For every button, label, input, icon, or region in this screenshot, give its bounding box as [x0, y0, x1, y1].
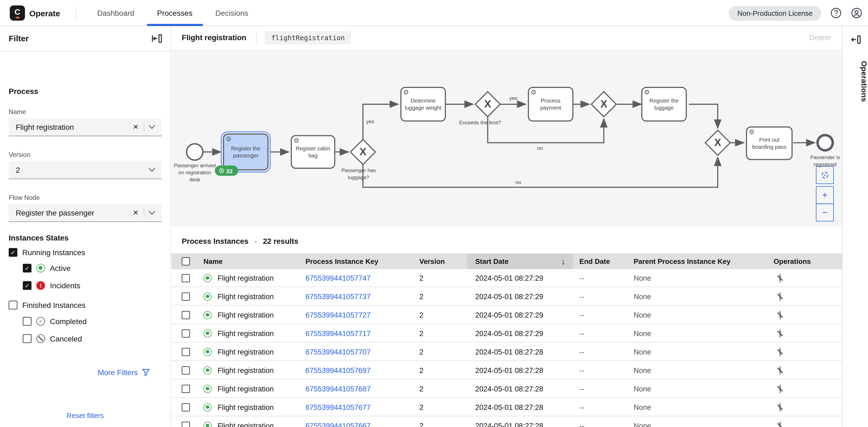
collapse-panel-icon[interactable] [151, 33, 163, 44]
tab-processes[interactable]: Processes [146, 0, 204, 26]
column-start-date[interactable]: Start Date ↓ [467, 253, 573, 269]
service-task-icon: ⚙ [749, 128, 754, 136]
row-checkbox[interactable] [182, 348, 190, 356]
table-row[interactable]: Flight registration 6755399441057697 2 2… [172, 362, 842, 379]
column-version[interactable]: Version [413, 257, 467, 266]
gateway-merge-payment[interactable]: X [591, 92, 616, 117]
instance-key-link[interactable]: 6755399441057707 [306, 348, 371, 356]
table-row[interactable]: Flight registration 6755399441057717 2 2… [172, 325, 842, 342]
cancel-operation-icon[interactable] [779, 329, 781, 338]
delete-button[interactable]: Delete [809, 33, 831, 42]
tab-decisions[interactable]: Decisions [204, 0, 259, 26]
cancel-operation-icon[interactable] [779, 366, 781, 375]
row-checkbox[interactable] [182, 329, 190, 337]
task-process-payment[interactable]: ⚙ Process payment [528, 87, 573, 122]
checkbox-active[interactable]: Active [23, 264, 70, 273]
chevron-down-icon[interactable] [149, 208, 155, 214]
table-row[interactable]: Flight registration 6755399441057707 2 2… [172, 343, 842, 361]
instance-version: 2 [413, 403, 467, 411]
task-determine-luggage-weight[interactable]: ⚙ Determine luggage weight [401, 87, 446, 122]
instance-key-link[interactable]: 6755399441057717 [306, 329, 371, 337]
instance-key-link[interactable]: 6755399441057687 [306, 385, 371, 393]
operations-panel-title[interactable]: Operations [842, 61, 868, 102]
camunda-logo[interactable]: C [10, 5, 25, 21]
bpmn-diagram[interactable]: ⚙ Register the passenger 22 ⚙ Register c… [172, 49, 842, 226]
checkbox[interactable] [23, 317, 31, 326]
edge-label-yes: yes [509, 95, 518, 101]
row-checkbox[interactable] [182, 292, 190, 301]
user-icon[interactable] [850, 7, 863, 19]
instance-start-date: 2024-05-01 08:27:28 [467, 403, 573, 411]
row-checkbox[interactable] [182, 422, 190, 427]
table-row[interactable]: Flight registration 6755399441057727 2 2… [172, 306, 842, 324]
column-end-date[interactable]: End Date [573, 257, 627, 266]
table-row[interactable]: Flight registration 6755399441057687 2 2… [172, 380, 842, 398]
table-row[interactable]: Flight registration 6755399441057667 2 2… [172, 417, 842, 427]
row-checkbox[interactable] [182, 311, 190, 319]
flow-node-combobox[interactable]: Register the passenger × [9, 204, 162, 222]
column-process-instance-key[interactable]: Process Instance Key [299, 257, 413, 266]
clear-name-icon[interactable]: × [127, 122, 144, 132]
checkbox[interactable] [9, 248, 18, 257]
table-row[interactable]: Flight registration 6755399441057677 2 2… [172, 398, 842, 417]
reset-filters-button[interactable]: Reset filters [0, 411, 170, 420]
checkbox[interactable] [23, 264, 31, 273]
instance-key-link[interactable]: 6755399441057667 [306, 422, 371, 427]
checkbox[interactable] [23, 281, 31, 290]
diagram-reset-view-button[interactable] [816, 166, 834, 184]
instance-key-link[interactable]: 6755399441057677 [306, 403, 371, 411]
instance-key-link[interactable]: 6755399441057747 [306, 274, 371, 282]
gateway-exceeds-the-limit[interactable]: X [475, 92, 500, 117]
table-row[interactable]: Flight registration 6755399441057737 2 2… [172, 288, 842, 306]
help-icon[interactable] [830, 7, 842, 19]
more-filters-label: More Filters [98, 368, 138, 377]
checkbox-finished-instances[interactable]: Finished Instances [9, 301, 86, 309]
cancel-operation-icon[interactable] [779, 384, 781, 393]
cancel-operation-icon[interactable] [779, 273, 781, 282]
expand-operations-icon[interactable] [849, 34, 862, 45]
checkbox-incidents[interactable]: ! Incidents [23, 281, 80, 290]
checkbox[interactable] [23, 334, 31, 343]
checkbox-completed[interactable]: ✓ Completed [23, 317, 87, 326]
cancel-operation-icon[interactable] [779, 421, 781, 427]
column-name[interactable]: Name [197, 257, 299, 266]
tab-dashboard[interactable]: Dashboard [86, 0, 146, 26]
select-all-checkbox[interactable] [182, 257, 190, 266]
instance-end-date: -- [573, 292, 627, 301]
cancel-operation-icon[interactable] [779, 310, 781, 319]
table-row[interactable]: Flight registration 6755399441057747 2 2… [172, 269, 842, 287]
more-filters-button[interactable]: More Filters [98, 368, 150, 377]
row-checkbox[interactable] [182, 274, 190, 282]
row-checkbox[interactable] [182, 385, 190, 393]
checkbox-canceled[interactable]: Canceled [23, 334, 82, 343]
gateway-passenger-has-luggage[interactable]: X [350, 140, 375, 164]
chevron-down-icon[interactable] [149, 165, 155, 172]
task-register-the-luggage[interactable]: ⚙ Register the luggage [641, 87, 687, 122]
checkbox[interactable] [9, 301, 18, 309]
diagram-zoom-in-button[interactable]: + [816, 186, 834, 204]
instance-key-link[interactable]: 6755399441057737 [306, 292, 371, 301]
row-checkbox[interactable] [182, 366, 190, 374]
task-print-out-boarding-pass[interactable]: ⚙ Print out boarding pass [746, 126, 793, 160]
process-name-combobox[interactable]: Flight registration × [9, 118, 162, 136]
task-register-cabin-bag[interactable]: ⚙ Register cabin bag [291, 135, 335, 169]
clear-flow-node-icon[interactable]: × [127, 207, 144, 218]
version-dropdown[interactable]: 2 [9, 161, 162, 179]
task-register-the-passenger[interactable]: ⚙ Register the passenger [223, 133, 269, 171]
sort-descending-icon[interactable]: ↓ [561, 257, 565, 266]
cancel-operation-icon[interactable] [779, 292, 781, 301]
active-status-icon [204, 366, 212, 374]
diagram-zoom-out-button[interactable]: − [816, 204, 834, 221]
instance-start-date: 2024-05-01 08:27:28 [467, 385, 573, 393]
cancel-operation-icon[interactable] [779, 403, 781, 412]
checkbox-running-instances[interactable]: Running Instances [9, 248, 85, 257]
checkbox-label: Canceled [50, 334, 82, 343]
instance-key-link[interactable]: 6755399441057727 [306, 311, 371, 319]
chevron-down-icon[interactable] [149, 122, 155, 129]
column-parent-key[interactable]: Parent Process Instance Key [627, 257, 760, 266]
instance-key-link[interactable]: 6755399441057697 [306, 366, 371, 374]
row-checkbox[interactable] [182, 403, 190, 411]
canceled-state-icon [36, 334, 45, 343]
cancel-operation-icon[interactable] [779, 347, 781, 357]
gateway-merge-luggage[interactable]: X [705, 130, 730, 155]
